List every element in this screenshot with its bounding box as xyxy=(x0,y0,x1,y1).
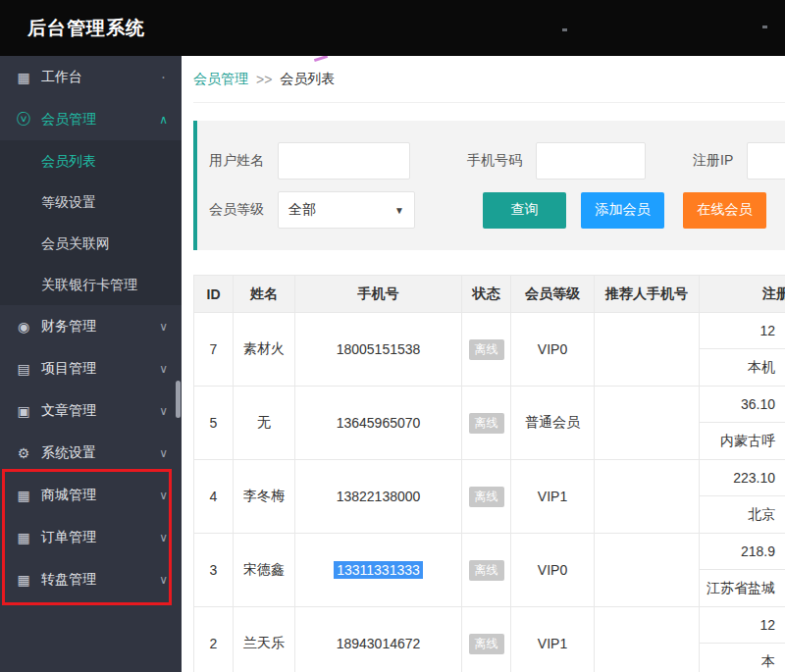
sidebar-item-label: 文章管理 xyxy=(41,402,96,420)
cell-register-ip: 12 本机 xyxy=(700,313,785,387)
article-icon: ▣ xyxy=(14,403,33,419)
query-button[interactable]: 查询 xyxy=(483,192,566,229)
table-header: ID 姓名 手机号 状态 会员等级 推荐人手机号 注册IP xyxy=(194,276,785,313)
chevron-down-icon: ∨ xyxy=(159,404,168,418)
app-header: 后台管理系统 xyxy=(0,0,785,56)
register-ip-value: 12 xyxy=(700,313,785,349)
sidebar-subitem-bank-card-management[interactable]: 关联银行卡管理 xyxy=(0,264,182,305)
sidebar-item-label: 工作台 xyxy=(41,69,82,86)
gear-icon: ⚙ xyxy=(14,445,33,461)
register-ip-location: 本 xyxy=(700,644,785,672)
sidebar-subitem-level-settings[interactable]: 等级设置 xyxy=(0,181,182,223)
register-ip-value: 12 xyxy=(700,607,785,644)
screenshot-artifact xyxy=(314,56,328,62)
grid-icon: ▦ xyxy=(14,530,33,545)
col-header-name: 姓名 xyxy=(234,276,295,313)
table-row: 5 无 13645965070 离线 普通会员 36.10 内蒙古呼 xyxy=(194,387,785,460)
cell-id: 3 xyxy=(194,534,234,607)
level-select-value: 全部 xyxy=(288,201,316,219)
register-ip-input[interactable] xyxy=(747,142,785,180)
table-row: 3 宋德鑫 13311331333 离线 VIP0 218.9 江苏省盐城 xyxy=(194,534,785,607)
cell-register-ip: 36.10 内蒙古呼 xyxy=(700,387,785,460)
phone-input[interactable] xyxy=(536,142,646,180)
add-member-button[interactable]: 添加会员 xyxy=(581,192,664,229)
cell-status: 离线 xyxy=(462,534,511,607)
filter-panel: 用户姓名 手机号码 注册IP 会员等级 全部 ▼ 查询 添加会员 在线会员 xyxy=(193,121,785,250)
chevron-down-icon: ∨ xyxy=(159,531,168,544)
breadcrumb-separator: >> xyxy=(256,72,272,87)
cell-register-ip: 12 本 xyxy=(700,607,785,672)
sidebar-item-label: 转盘管理 xyxy=(41,571,96,589)
member-management-submenu: 会员列表 等级设置 会员关联网 关联银行卡管理 xyxy=(0,140,182,305)
online-member-button[interactable]: 在线会员 xyxy=(683,192,766,229)
table-row: 4 李冬梅 13822138000 离线 VIP1 223.10 北京 xyxy=(194,460,785,534)
chevron-down-icon: ∨ xyxy=(159,446,168,460)
sidebar-item-project-management[interactable]: ▤ 项目管理 ∨ xyxy=(0,347,182,389)
register-ip-value: 36.10 xyxy=(700,387,785,423)
sidebar-item-system-settings[interactable]: ⚙ 系统设置 ∨ xyxy=(0,432,182,474)
cell-name: 素材火 xyxy=(234,313,295,387)
cell-name: 宋德鑫 xyxy=(234,534,295,607)
sidebar-item-shop-management[interactable]: ▦ 商城管理 ∨ xyxy=(0,474,182,516)
sidebar-subitem-member-list[interactable]: 会员列表 xyxy=(0,140,182,181)
register-ip-location: 本机 xyxy=(700,349,785,386)
col-header-phone: 手机号 xyxy=(295,276,462,313)
cell-status: 离线 xyxy=(462,460,511,534)
cell-level: VIP1 xyxy=(511,460,595,534)
table-row: 2 兰天乐 18943014672 离线 VIP1 12 本 xyxy=(194,607,785,672)
breadcrumb-current-page: 会员列表 xyxy=(280,71,335,88)
cell-status: 离线 xyxy=(462,313,511,387)
sidebar-item-finance-management[interactable]: ◉ 财务管理 ∨ xyxy=(0,305,182,347)
cell-id: 4 xyxy=(194,460,234,534)
register-ip-label: 注册IP xyxy=(693,152,733,170)
sidebar-item-article-management[interactable]: ▣ 文章管理 ∨ xyxy=(0,389,182,432)
register-ip-location: 内蒙古呼 xyxy=(700,423,785,459)
sidebar-item-label: 订单管理 xyxy=(41,529,96,546)
cell-phone: 13645965070 xyxy=(295,387,462,460)
grid-icon: ▦ xyxy=(14,70,33,85)
filter-row-inputs: 用户姓名 手机号码 注册IP xyxy=(209,142,785,180)
member-circle-icon: ⓥ xyxy=(14,111,33,129)
cell-referrer-phone xyxy=(595,460,700,534)
filter-row-actions: 会员等级 全部 ▼ 查询 添加会员 在线会员 xyxy=(209,191,785,229)
chevron-down-icon: ∨ xyxy=(159,489,168,502)
breadcrumb-member-management-link[interactable]: 会员管理 xyxy=(193,71,248,88)
chevron-down-icon: ∨ xyxy=(159,362,168,376)
cell-name: 李冬梅 xyxy=(234,460,295,534)
grid-icon: ▦ xyxy=(14,488,33,503)
register-ip-value: 223.10 xyxy=(700,460,785,496)
cell-register-ip: 218.9 江苏省盐城 xyxy=(700,534,785,607)
sidebar-item-wheel-management[interactable]: ▦ 转盘管理 ∨ xyxy=(0,558,182,600)
sidebar-scrollbar-thumb[interactable] xyxy=(176,381,181,418)
cell-level: 普通会员 xyxy=(511,387,595,460)
username-input[interactable] xyxy=(278,142,410,180)
sidebar-item-workbench[interactable]: ▦ 工作台 · xyxy=(0,56,182,98)
cell-phone: 18943014672 xyxy=(295,607,462,672)
sidebar-item-label: 系统设置 xyxy=(41,444,96,462)
col-header-status: 状态 xyxy=(462,276,511,313)
col-header-referrer-phone: 推荐人手机号 xyxy=(595,276,700,313)
register-ip-location: 江苏省盐城 xyxy=(700,570,785,606)
sidebar-item-label: 商城管理 xyxy=(41,487,96,504)
sidebar-item-label: 会员管理 xyxy=(41,111,96,129)
sidebar-item-member-management[interactable]: ⓥ 会员管理 ∧ xyxy=(0,98,182,140)
sidebar-item-order-management[interactable]: ▦ 订单管理 ∨ xyxy=(0,516,182,558)
sidebar-subitem-member-network[interactable]: 会员关联网 xyxy=(0,223,182,264)
cell-phone: 13311331333 xyxy=(295,534,462,607)
phone-label: 手机号码 xyxy=(467,152,522,170)
table-row: 7 素材火 18005151538 离线 VIP0 12 本机 xyxy=(194,313,785,387)
selected-phone-text-highlight: 13311331333 xyxy=(334,561,423,579)
register-ip-value: 218.9 xyxy=(700,534,785,570)
cell-status: 离线 xyxy=(462,607,511,672)
level-select[interactable]: 全部 ▼ xyxy=(278,191,415,229)
status-badge: 离线 xyxy=(469,339,504,360)
phone-value: 18005151538 xyxy=(337,341,421,357)
cell-level: VIP1 xyxy=(511,607,595,672)
status-badge: 离线 xyxy=(469,634,504,654)
cell-id: 7 xyxy=(194,313,234,387)
cell-id: 2 xyxy=(194,607,234,672)
cell-referrer-phone xyxy=(595,313,700,387)
status-badge: 离线 xyxy=(469,560,504,581)
cell-name: 兰天乐 xyxy=(234,607,295,672)
cell-referrer-phone xyxy=(595,387,700,460)
